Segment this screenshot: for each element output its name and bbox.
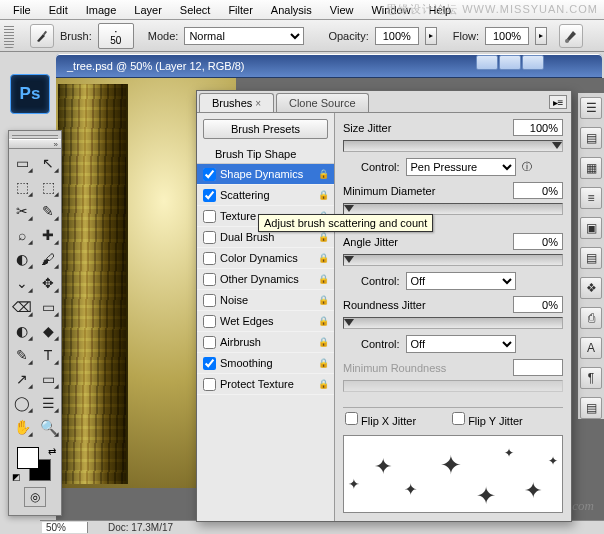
foreground-color-swatch[interactable]: [17, 447, 39, 469]
lock-icon[interactable]: 🔒: [316, 272, 330, 286]
opacity-field[interactable]: [375, 27, 419, 45]
dock-button-5[interactable]: ▤: [580, 247, 602, 269]
tool-button-18[interactable]: ↗◢: [9, 367, 35, 391]
tool-button-10[interactable]: ⌄◢: [9, 271, 35, 295]
tab-clone-source[interactable]: Clone Source: [276, 93, 369, 112]
angle-jitter-slider[interactable]: [343, 254, 563, 266]
opacity-stepper[interactable]: ▸: [425, 27, 437, 45]
menu-layer[interactable]: Layer: [125, 2, 171, 18]
size-jitter-slider[interactable]: [343, 140, 563, 152]
flip-y-jitter-checkbox[interactable]: Flip Y Jitter: [452, 412, 523, 427]
lock-icon[interactable]: 🔒: [316, 251, 330, 265]
tool-button-15[interactable]: ◆◢: [35, 319, 61, 343]
roundness-control-select[interactable]: Off: [406, 335, 516, 353]
swap-colors-icon[interactable]: ⇄: [48, 446, 56, 457]
brush-option-checkbox[interactable]: [203, 336, 216, 349]
tool-button-5[interactable]: ✎◢: [35, 199, 61, 223]
lock-icon[interactable]: 🔒: [316, 335, 330, 349]
brush-option-checkbox[interactable]: [203, 357, 216, 370]
tool-button-1[interactable]: ↖◢: [35, 151, 61, 175]
brush-picker[interactable]: · 50: [98, 23, 134, 49]
minimize-button[interactable]: [476, 55, 498, 70]
brush-option-wet-edges[interactable]: Wet Edges🔒: [197, 311, 334, 332]
panel-flyout-menu[interactable]: ▸≡: [549, 95, 567, 109]
brush-option-smoothing[interactable]: Smoothing🔒: [197, 353, 334, 374]
lock-icon[interactable]: 🔒: [316, 377, 330, 391]
close-button[interactable]: [522, 55, 544, 70]
dock-button-8[interactable]: A: [580, 337, 602, 359]
airbrush-toggle-icon[interactable]: [559, 24, 583, 48]
brush-option-color-dynamics[interactable]: Color Dynamics🔒: [197, 248, 334, 269]
menu-edit[interactable]: Edit: [40, 2, 77, 18]
brush-option-shape-dynamics[interactable]: Shape Dynamics🔒: [197, 164, 334, 185]
lock-icon[interactable]: 🔒: [316, 356, 330, 370]
menu-view[interactable]: View: [321, 2, 363, 18]
dock-button-4[interactable]: ▣: [580, 217, 602, 239]
lock-icon[interactable]: 🔒: [316, 188, 330, 202]
tool-button-6[interactable]: ⌕◢: [9, 223, 35, 247]
zoom-field[interactable]: 50%: [42, 522, 88, 533]
tool-button-21[interactable]: ☰◢: [35, 391, 61, 415]
brush-option-checkbox[interactable]: [203, 231, 216, 244]
angle-jitter-field[interactable]: [513, 233, 563, 250]
dock-button-10[interactable]: ▤: [580, 397, 602, 419]
roundness-jitter-slider[interactable]: [343, 317, 563, 329]
maximize-button[interactable]: [499, 55, 521, 70]
dock-button-3[interactable]: ≡: [580, 187, 602, 209]
flip-x-jitter-checkbox[interactable]: Flip X Jitter: [345, 412, 416, 427]
dock-button-1[interactable]: ▤: [580, 127, 602, 149]
brush-option-checkbox[interactable]: [203, 252, 216, 265]
tool-button-22[interactable]: ✋◢: [9, 415, 35, 439]
default-colors-icon[interactable]: ◩: [12, 472, 21, 482]
tool-button-9[interactable]: 🖌◢: [35, 247, 61, 271]
menu-analysis[interactable]: Analysis: [262, 2, 321, 18]
tab-brushes[interactable]: Brushes: [199, 93, 274, 112]
dock-button-0[interactable]: ☰: [580, 97, 602, 119]
tool-button-8[interactable]: ◐◢: [9, 247, 35, 271]
menu-image[interactable]: Image: [77, 2, 126, 18]
lock-icon[interactable]: 🔒: [316, 293, 330, 307]
brush-option-checkbox[interactable]: [203, 168, 216, 181]
lock-icon[interactable]: 🔒: [316, 230, 330, 244]
dock-button-2[interactable]: ▦: [580, 157, 602, 179]
brush-option-checkbox[interactable]: [203, 273, 216, 286]
tool-button-11[interactable]: ✥◢: [35, 271, 61, 295]
tool-button-12[interactable]: ⌫◢: [9, 295, 35, 319]
brush-option-checkbox[interactable]: [203, 315, 216, 328]
brush-tip-shape[interactable]: Brush Tip Shape: [197, 145, 334, 164]
flow-field[interactable]: [485, 27, 529, 45]
brush-option-airbrush[interactable]: Airbrush🔒: [197, 332, 334, 353]
tool-button-0[interactable]: ▭◢: [9, 151, 35, 175]
flow-stepper[interactable]: ▸: [535, 27, 547, 45]
blend-mode-select[interactable]: Normal: [184, 27, 304, 45]
brush-presets-button[interactable]: Brush Presets: [203, 119, 328, 139]
tool-button-20[interactable]: ◯◢: [9, 391, 35, 415]
brush-option-checkbox[interactable]: [203, 189, 216, 202]
menu-file[interactable]: File: [4, 2, 40, 18]
tool-button-2[interactable]: ⬚◢: [9, 175, 35, 199]
brush-option-checkbox[interactable]: [203, 210, 216, 223]
lock-icon[interactable]: 🔒: [316, 167, 330, 181]
tool-button-3[interactable]: ⬚◢: [35, 175, 61, 199]
dock-button-7[interactable]: ⎙: [580, 307, 602, 329]
size-jitter-field[interactable]: [513, 119, 563, 136]
menu-select[interactable]: Select: [171, 2, 220, 18]
brush-option-protect-texture[interactable]: Protect Texture🔒: [197, 374, 334, 395]
tool-button-23[interactable]: 🔍◢: [35, 415, 61, 439]
brush-option-noise[interactable]: Noise🔒: [197, 290, 334, 311]
brush-option-other-dynamics[interactable]: Other Dynamics🔒: [197, 269, 334, 290]
angle-control-select[interactable]: Off: [406, 272, 516, 290]
tool-button-14[interactable]: ◐◢: [9, 319, 35, 343]
roundness-jitter-field[interactable]: [513, 296, 563, 313]
lock-icon[interactable]: 🔒: [316, 314, 330, 328]
tool-button-16[interactable]: ✎◢: [9, 343, 35, 367]
menu-filter[interactable]: Filter: [219, 2, 261, 18]
toolbox-collapse[interactable]: »: [9, 139, 61, 149]
tool-button-4[interactable]: ✂◢: [9, 199, 35, 223]
tool-button-7[interactable]: ✚◢: [35, 223, 61, 247]
size-control-select[interactable]: Pen Pressure: [406, 158, 516, 176]
tool-button-17[interactable]: T◢: [35, 343, 61, 367]
options-grip[interactable]: [4, 24, 14, 48]
tool-preset-picker[interactable]: [30, 24, 54, 48]
tool-button-13[interactable]: ▭◢: [35, 295, 61, 319]
